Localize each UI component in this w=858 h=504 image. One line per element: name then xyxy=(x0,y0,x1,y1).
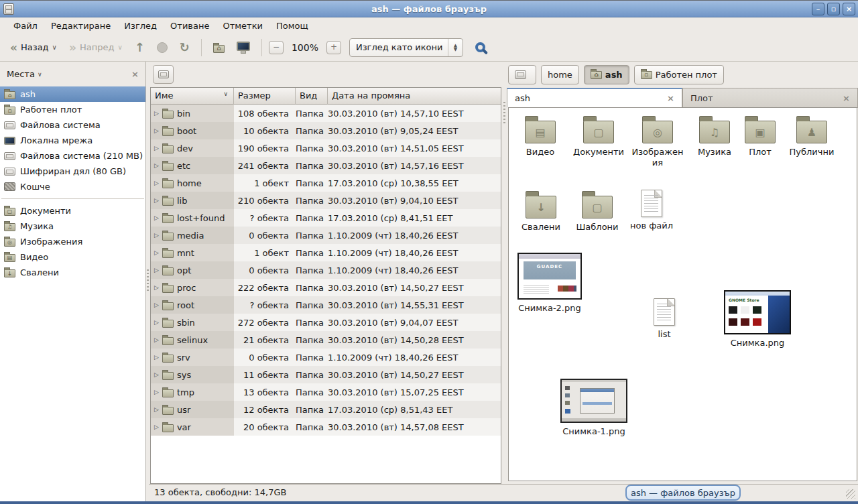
file-icon-item[interactable]: Видео xyxy=(514,115,566,158)
expander-icon[interactable]: ▷ xyxy=(154,371,159,378)
reload-button[interactable] xyxy=(175,38,194,57)
expander-icon[interactable]: ▷ xyxy=(154,162,159,169)
sidebar-item[interactable]: Видео xyxy=(0,249,145,265)
column-header-name[interactable]: Име ∨ xyxy=(151,88,234,105)
expander-icon[interactable]: ▷ xyxy=(154,354,159,361)
zoom-out-button[interactable]: − xyxy=(269,41,284,54)
table-row[interactable]: ▷ lib 210 обекта Папка 30.03.2010 (вт) 9… xyxy=(151,192,501,209)
expander-icon[interactable]: ▷ xyxy=(154,249,159,256)
table-row[interactable]: ▷ usr 12 обекта Папка 17.03.2010 (ср) 8,… xyxy=(151,401,501,418)
path-button[interactable]: ash xyxy=(584,65,629,84)
computer-button[interactable] xyxy=(232,42,255,54)
search-icon[interactable] xyxy=(475,42,485,52)
close-button[interactable] xyxy=(843,3,855,15)
table-row[interactable]: ▷ bin 108 обекта Папка 30.03.2010 (вт) 1… xyxy=(151,105,501,122)
menu-item[interactable]: Отметки xyxy=(216,19,269,33)
table-row[interactable]: ▷ boot 10 обекта Папка 30.03.2010 (вт) 9… xyxy=(151,122,501,139)
expander-icon[interactable]: ▷ xyxy=(154,267,159,273)
table-row[interactable]: ▷ etc 241 обекта Папка 30.03.2010 (вт) 1… xyxy=(151,157,501,174)
tab[interactable]: ash × xyxy=(507,88,682,108)
table-row[interactable]: ▷ mnt 1 обект Папка 1.10.2009 (чт) 18,40… xyxy=(151,244,501,261)
pane-resize-handle[interactable] xyxy=(146,62,149,501)
table-row[interactable]: ▷ tmp 13 обекта Папка 30.03.2010 (вт) 15… xyxy=(151,383,501,401)
file-icon-item[interactable]: GUADEC Снимка-2.png xyxy=(515,253,584,314)
menu-item[interactable]: Помощ xyxy=(269,19,315,33)
sidebar-item[interactable]: Музика xyxy=(0,218,145,234)
table-row[interactable]: ▷ sys 11 обекта Папка 30.03.2010 (вт) 14… xyxy=(151,366,501,383)
expander-icon[interactable]: ▷ xyxy=(154,302,159,308)
expander-icon[interactable]: ▷ xyxy=(154,284,159,291)
file-icon-item[interactable]: Плот xyxy=(739,115,781,158)
file-icon-item[interactable]: Свалени xyxy=(514,190,568,233)
table-row[interactable]: ▷ dev 190 обекта Папка 30.03.2010 (вт) 1… xyxy=(151,139,501,157)
file-icon-item[interactable]: GNOME Store Снимка.png xyxy=(722,290,793,349)
table-row[interactable]: ▷ home 1 обект Папка 17.03.2010 (ср) 10,… xyxy=(151,174,501,192)
expander-icon[interactable]: ▷ xyxy=(154,127,159,134)
expander-icon[interactable]: ▷ xyxy=(154,214,159,221)
menu-item[interactable]: Отиване xyxy=(164,19,216,33)
back-button[interactable]: « Назад ∨ xyxy=(5,40,62,56)
sidebar-item[interactable]: Шифриран дял (80 GB) xyxy=(0,164,145,179)
expander-icon[interactable]: ▷ xyxy=(154,389,159,395)
back-dropdown-icon[interactable]: ∨ xyxy=(52,44,57,51)
table-row[interactable]: ▷ lost+found ? обекта Папка 17.03.2010 (… xyxy=(151,209,501,227)
sidebar-item[interactable]: ash xyxy=(0,86,145,102)
tab[interactable]: Плот × xyxy=(682,88,858,108)
expander-icon[interactable]: ▷ xyxy=(154,145,159,151)
file-icon-item[interactable]: list xyxy=(646,298,683,340)
table-row[interactable]: ▷ sbin 272 обекта Папка 30.03.2010 (вт) … xyxy=(151,314,501,331)
maximize-button[interactable] xyxy=(827,3,840,15)
table-row[interactable]: ▷ proc 222 обекта Папка 30.03.2010 (вт) … xyxy=(151,279,501,296)
table-row[interactable]: ▷ var 20 обекта Папка 30.03.2010 (вт) 14… xyxy=(151,418,501,436)
pane-resize-handle[interactable] xyxy=(503,62,506,501)
sidebar-item[interactable]: Локална мрежа xyxy=(0,133,145,148)
up-button[interactable] xyxy=(130,38,149,57)
menu-item[interactable]: Редактиране xyxy=(44,19,117,33)
path-button[interactable]: home xyxy=(541,65,579,84)
menu-item[interactable]: Изглед xyxy=(117,19,164,33)
sidebar-item[interactable]: Изображения xyxy=(0,234,145,249)
zoom-in-button[interactable]: + xyxy=(326,41,341,54)
expander-icon[interactable]: ▷ xyxy=(154,180,159,186)
table-row[interactable]: ▷ selinux 21 обекта Папка 30.03.2010 (вт… xyxy=(151,331,501,349)
column-header-type[interactable]: Вид xyxy=(296,88,328,105)
table-row[interactable]: ▷ media 0 обекта Папка 1.10.2009 (чт) 18… xyxy=(151,227,501,244)
file-icon-item[interactable]: Снимка-1.png xyxy=(560,379,628,437)
file-icon-item[interactable]: Изображения xyxy=(631,115,684,168)
sidebar-item[interactable]: Документи xyxy=(0,203,145,218)
file-icon-item[interactable]: Документи xyxy=(569,115,628,158)
path-button[interactable] xyxy=(508,65,536,84)
expander-icon[interactable]: ▷ xyxy=(154,319,159,326)
sidebar-item[interactable]: Файлова система xyxy=(0,117,145,133)
taskbar-window-button[interactable]: ash — файлов браузър xyxy=(625,485,741,501)
home-button[interactable] xyxy=(208,40,229,56)
path-button[interactable]: Работен плот xyxy=(634,65,724,84)
table-row[interactable]: ▷ srv 0 обекта Папка 1.10.2009 (чт) 18,4… xyxy=(151,349,501,366)
tab-close-icon[interactable]: × xyxy=(667,93,674,103)
expander-icon[interactable]: ▷ xyxy=(154,110,159,117)
table-row[interactable]: ▷ root ? обекта Папка 30.03.2010 (вт) 14… xyxy=(151,296,501,314)
file-icon-item[interactable]: Шаблони xyxy=(570,190,624,233)
file-icon-item[interactable]: Публични xyxy=(782,115,841,158)
table-row[interactable]: ▷ opt 0 обекта Папка 1.10.2009 (чт) 18,4… xyxy=(151,261,501,279)
expander-icon[interactable]: ▷ xyxy=(154,406,159,413)
expander-icon[interactable]: ▷ xyxy=(154,232,159,239)
sidebar-item[interactable]: Работен плот xyxy=(0,102,145,117)
expander-icon[interactable]: ▷ xyxy=(154,336,159,343)
sidebar-item[interactable]: Файлова система (210 MB) xyxy=(0,148,145,164)
sidebar-title[interactable]: Места xyxy=(7,69,35,79)
view-mode-select[interactable]: Изглед като икони xyxy=(349,38,463,57)
root-location-button[interactable] xyxy=(153,65,174,84)
stop-button[interactable] xyxy=(152,40,172,56)
sidebar-item[interactable]: Свалени xyxy=(0,265,145,280)
file-icon-item[interactable]: Музика xyxy=(688,115,741,158)
minimize-button[interactable] xyxy=(812,3,824,15)
tab-close-icon[interactable]: × xyxy=(843,93,850,103)
sidebar-item[interactable]: Кошче xyxy=(0,179,145,194)
expander-icon[interactable]: ▷ xyxy=(154,197,159,204)
sidebar-title-dropdown-icon[interactable]: ∨ xyxy=(38,71,42,78)
menu-item[interactable]: Файл xyxy=(7,19,44,33)
file-icon-item[interactable]: нов файл xyxy=(624,190,679,231)
column-header-date[interactable]: Дата на промяна xyxy=(328,88,501,105)
resize-grip[interactable] xyxy=(846,489,855,499)
